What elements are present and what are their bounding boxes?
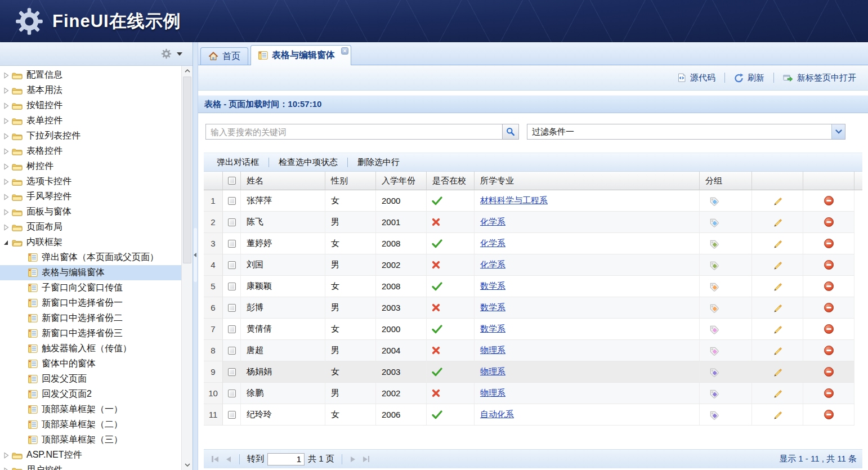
table-row[interactable]: 6 彭博 男 2003 xyxy=(204,297,862,319)
settings-gear-icon[interactable] xyxy=(161,48,172,59)
expand-arrow-icon[interactable] xyxy=(3,72,9,79)
expand-arrow-icon[interactable] xyxy=(3,452,9,459)
edit-pencil-icon[interactable] xyxy=(773,217,782,227)
major-link[interactable]: 物理系 xyxy=(480,345,505,356)
tree-folder-item[interactable]: 用户控件 xyxy=(0,463,193,470)
search-button[interactable] xyxy=(502,124,519,140)
major-link[interactable]: 自动化系 xyxy=(480,409,514,420)
filter-dropdown[interactable]: 过滤条件一 xyxy=(527,124,845,140)
prev-page-button[interactable] xyxy=(222,453,235,465)
tree-leaf-item[interactable]: 顶部菜单框架（二） xyxy=(0,417,193,432)
row-checkbox[interactable] xyxy=(228,368,236,376)
tree-folder-item[interactable]: 基本用法 xyxy=(0,83,193,98)
tree-leaf-item[interactable]: 新窗口中选择省份一 xyxy=(0,296,193,311)
delete-selected-button[interactable]: 删除选中行 xyxy=(348,157,409,168)
row-checkbox[interactable] xyxy=(228,197,236,205)
tree-leaf-item[interactable]: 回发父页面 xyxy=(0,371,193,387)
column-header-group[interactable]: 分组 xyxy=(700,172,752,190)
major-link[interactable]: 数学系 xyxy=(480,324,505,334)
tree-folder-item[interactable]: 表单控件 xyxy=(0,113,193,128)
column-header-name[interactable]: 姓名 xyxy=(241,172,325,190)
delete-row-icon[interactable] xyxy=(824,324,834,334)
column-header-gender[interactable]: 性别 xyxy=(325,172,376,190)
delete-row-icon[interactable] xyxy=(824,196,834,205)
tree-folder-item-expanded[interactable]: 内联框架 xyxy=(0,235,193,250)
tree-folder-item[interactable]: 表格控件 xyxy=(0,144,193,159)
expand-arrow-icon[interactable] xyxy=(3,209,9,216)
scroll-up-button[interactable] xyxy=(182,66,193,76)
tree-leaf-item[interactable]: 回发父页面2 xyxy=(0,387,193,402)
edit-pencil-icon[interactable] xyxy=(773,367,782,377)
major-link[interactable]: 物理系 xyxy=(480,366,505,377)
tree-folder-item[interactable]: 树控件 xyxy=(0,159,193,174)
delete-row-icon[interactable] xyxy=(824,239,834,248)
delete-row-icon[interactable] xyxy=(824,303,834,312)
open-dialog-button[interactable]: 弹出对话框 xyxy=(207,157,269,168)
tree-leaf-item[interactable]: 弹出窗体（本页面或父页面） xyxy=(0,250,193,265)
tree-folder-item[interactable]: 按钮控件 xyxy=(0,98,193,113)
search-input[interactable] xyxy=(205,124,503,140)
row-checkbox[interactable] xyxy=(228,304,236,312)
expand-arrow-icon[interactable] xyxy=(3,224,9,231)
tab-close-icon[interactable]: × xyxy=(341,47,348,55)
row-checkbox[interactable] xyxy=(228,218,236,226)
column-header-at-school[interactable]: 是否在校 xyxy=(427,172,475,190)
expand-arrow-icon[interactable] xyxy=(3,102,9,109)
edit-pencil-icon[interactable] xyxy=(773,388,782,398)
edit-pencil-icon[interactable] xyxy=(773,260,782,270)
tree-folder-item[interactable]: 选项卡控件 xyxy=(0,174,193,189)
row-checkbox[interactable] xyxy=(228,347,236,355)
edit-pencil-icon[interactable] xyxy=(773,303,782,312)
expand-arrow-icon[interactable] xyxy=(3,133,9,140)
tree-leaf-item[interactable]: 窗体中的窗体 xyxy=(0,356,193,371)
table-row[interactable]: 9 杨娟娟 女 2003 xyxy=(204,361,862,383)
collapse-arrow-icon[interactable] xyxy=(3,239,9,246)
major-link[interactable]: 数学系 xyxy=(480,281,505,292)
expand-arrow-icon[interactable] xyxy=(3,178,9,185)
tree-leaf-item[interactable]: 新窗口中选择省份三 xyxy=(0,326,193,341)
table-row[interactable]: 2 陈飞 男 2001 xyxy=(204,212,862,233)
major-link[interactable]: 化学系 xyxy=(480,259,505,270)
column-header-checkbox[interactable] xyxy=(223,172,241,190)
next-page-button[interactable] xyxy=(346,453,360,465)
last-page-button[interactable] xyxy=(360,453,373,465)
delete-row-icon[interactable] xyxy=(824,367,834,377)
tree-folder-item[interactable]: 配置信息 xyxy=(0,68,193,83)
scroll-down-button[interactable] xyxy=(182,460,193,470)
delete-row-icon[interactable] xyxy=(824,281,834,291)
collapse-sidebar-arrow-icon[interactable] xyxy=(194,253,196,257)
row-checkbox[interactable] xyxy=(228,411,236,419)
row-checkbox[interactable] xyxy=(228,240,236,248)
column-header-major[interactable]: 所学专业 xyxy=(475,172,700,190)
table-row[interactable]: 10 徐鹏 男 2002 xyxy=(204,383,862,404)
tab-home[interactable]: 首页 xyxy=(200,47,248,65)
delete-row-icon[interactable] xyxy=(824,346,834,355)
edit-pencil-icon[interactable] xyxy=(773,196,782,205)
tree-folder-item[interactable]: ASP.NET控件 xyxy=(0,447,193,463)
expand-arrow-icon[interactable] xyxy=(3,118,9,124)
delete-row-icon[interactable] xyxy=(824,260,834,270)
row-checkbox[interactable] xyxy=(228,325,236,333)
tree-folder-item[interactable]: 页面布局 xyxy=(0,220,193,235)
tab-grid-edit-window[interactable]: 表格与编辑窗体 × xyxy=(250,45,351,65)
table-row[interactable]: 3 董婷婷 女 2008 xyxy=(204,233,862,254)
row-checkbox[interactable] xyxy=(228,283,236,290)
major-link[interactable]: 化学系 xyxy=(480,238,505,249)
major-link[interactable]: 数学系 xyxy=(480,302,505,313)
major-link[interactable]: 材料科学与工程系 xyxy=(480,195,548,206)
column-header-year[interactable]: 入学年份 xyxy=(376,172,427,190)
tree-leaf-item[interactable]: 子窗口向父窗口传值 xyxy=(0,280,193,296)
source-code-button[interactable]: 源代码 xyxy=(670,73,723,83)
edit-pencil-icon[interactable] xyxy=(773,324,782,334)
edit-pencil-icon[interactable] xyxy=(773,239,782,248)
table-row[interactable]: 4 刘国 男 2002 xyxy=(204,254,862,276)
tree-leaf-item[interactable]: 新窗口中选择省份二 xyxy=(0,311,193,326)
first-page-button[interactable] xyxy=(208,453,222,465)
refresh-button[interactable]: 刷新 xyxy=(727,73,772,83)
expand-arrow-icon[interactable] xyxy=(3,163,9,170)
sidebar-scrollbar[interactable] xyxy=(181,66,193,470)
expand-arrow-icon[interactable] xyxy=(3,148,9,155)
scrollbar-thumb[interactable] xyxy=(183,77,191,263)
splitter-handle[interactable] xyxy=(194,228,197,282)
edit-pencil-icon[interactable] xyxy=(773,346,782,355)
